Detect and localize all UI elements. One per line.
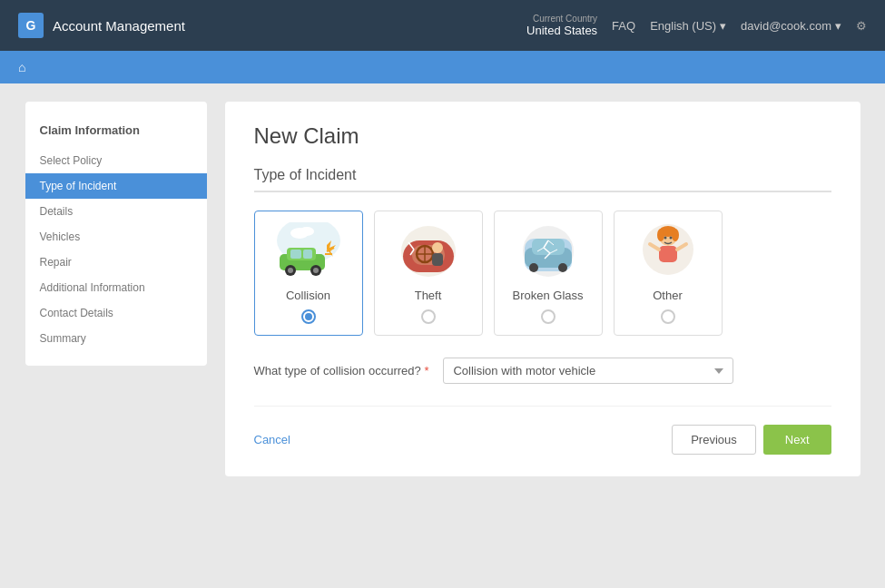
svg-point-41	[664, 237, 666, 240]
other-image	[632, 222, 704, 281]
country-label: Current Country	[526, 14, 597, 24]
sidebar-heading: Claim Information	[25, 116, 207, 148]
language-selector[interactable]: English (US) ▾	[650, 19, 726, 33]
content-area: New Claim Type of Incident	[225, 102, 860, 476]
other-radio[interactable]	[661, 309, 675, 324]
svg-point-20	[432, 242, 443, 253]
incident-card-theft[interactable]: Theft	[374, 211, 483, 336]
svg-point-42	[669, 237, 672, 240]
collision-type-row: What type of collision occurred? * Colli…	[254, 358, 831, 384]
broken-glass-radio[interactable]	[541, 309, 556, 324]
svg-point-34	[529, 263, 538, 272]
incident-cards: Collision	[254, 211, 831, 336]
incident-card-broken-glass[interactable]: Broken Glass	[494, 211, 603, 336]
sidebar-item-vehicles[interactable]: Vehicles	[25, 224, 207, 250]
footer-right-buttons: Previous Next	[672, 425, 831, 455]
collision-radio[interactable]	[301, 309, 316, 324]
country-info: Current Country United States	[526, 14, 597, 37]
incident-card-collision[interactable]: Collision	[254, 211, 363, 336]
home-icon[interactable]: ⌂	[18, 60, 25, 74]
sidebar-item-type-of-incident[interactable]: Type of Incident	[25, 173, 207, 199]
broken-glass-label: Broken Glass	[512, 289, 583, 302]
collision-type-select[interactable]: Collision with motor vehicle Collision w…	[443, 358, 733, 384]
next-button[interactable]: Next	[763, 425, 831, 455]
app-logo: G	[18, 13, 44, 38]
country-value: United States	[526, 24, 597, 37]
faq-link[interactable]: FAQ	[612, 19, 635, 33]
collision-label: Collision	[286, 289, 330, 302]
page-title: New Claim	[254, 123, 831, 149]
svg-point-39	[657, 229, 664, 241]
incident-card-other[interactable]: Other	[614, 211, 723, 336]
theft-radio[interactable]	[421, 309, 436, 324]
sidebar-item-repair[interactable]: Repair	[25, 250, 207, 275]
sidebar-item-contact-details[interactable]: Contact Details	[25, 300, 207, 326]
main-wrapper: Claim Information Select Policy Type of …	[7, 83, 879, 495]
section-title: Type of Incident	[254, 167, 831, 192]
svg-rect-43	[659, 246, 677, 262]
top-nav: G Account Management Current Country Uni…	[0, 0, 885, 51]
sidebar-item-details[interactable]: Details	[25, 199, 207, 224]
top-nav-right: Current Country United States FAQ Englis…	[526, 14, 867, 37]
sidebar-item-summary[interactable]: Summary	[25, 326, 207, 351]
footer-buttons: Cancel Previous Next	[254, 406, 831, 455]
broken-glass-image	[512, 222, 585, 281]
theft-label: Theft	[415, 289, 442, 302]
svg-point-40	[672, 229, 679, 241]
svg-point-8	[288, 268, 293, 273]
previous-button[interactable]: Previous	[672, 425, 756, 455]
svg-rect-5	[290, 250, 301, 259]
svg-point-35	[558, 263, 567, 272]
app-title: Account Management	[53, 18, 185, 34]
top-nav-left: G Account Management	[18, 13, 185, 38]
svg-rect-21	[432, 253, 443, 266]
collision-type-label: What type of collision occurred? *	[254, 364, 429, 377]
collision-image	[272, 222, 345, 281]
sidebar-item-additional-information[interactable]: Additional Information	[25, 275, 207, 300]
user-menu[interactable]: david@cook.com ▾	[741, 19, 841, 33]
sub-nav: ⌂	[0, 51, 885, 83]
theft-image	[392, 222, 465, 281]
svg-point-10	[313, 268, 319, 273]
sidebar-item-select-policy[interactable]: Select Policy	[25, 148, 207, 173]
settings-icon[interactable]: ⚙	[856, 19, 867, 33]
sidebar: Claim Information Select Policy Type of …	[25, 102, 207, 366]
cancel-button[interactable]: Cancel	[254, 433, 290, 446]
svg-point-2	[300, 227, 314, 236]
other-label: Other	[653, 289, 683, 302]
svg-rect-6	[303, 250, 312, 259]
